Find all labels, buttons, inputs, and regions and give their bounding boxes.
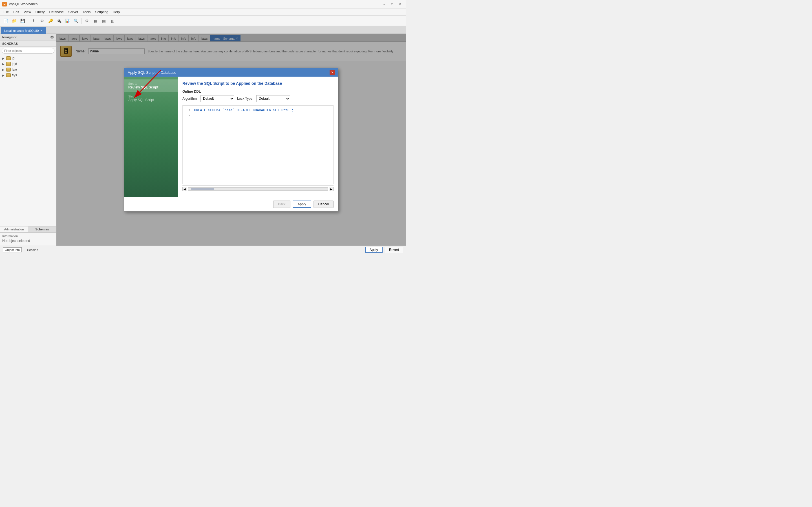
filter-input[interactable] [2,48,54,54]
schema-icon-jd [6,56,11,60]
toolbar-key-btn[interactable]: 🔑 [47,17,54,25]
ddl-label: Online DDL [183,90,334,94]
schema-item-jdjd[interactable]: ▶ jdjd [0,61,56,67]
toolbar-layout3-btn[interactable]: ▥ [108,17,116,25]
instance-tab-bar: Local instance MySQL80 ✕ [0,26,406,34]
toolbar-new-btn[interactable]: 📄 [2,17,10,25]
modal-overlay: Apply SQL Script to Database ✕ Step 1 Re… [56,34,406,245]
menu-edit[interactable]: Edit [11,10,21,15]
schema-item-law[interactable]: ▶ law [0,67,56,72]
close-button[interactable]: ✕ [396,1,404,7]
scroll-thumb[interactable] [191,188,214,190]
content-area: laws laws laws laws laws laws laws laws … [56,34,406,245]
bottom-apply-button[interactable]: Apply [365,247,383,253]
schema-arrow-sys: ▶ [2,74,5,77]
toolbar-settings-btn[interactable]: ⚙ [38,17,46,25]
toolbar-layout1-btn[interactable]: ▦ [91,17,99,25]
bottom-revert-button[interactable]: Revert [385,247,403,253]
lock-type-select[interactable]: Default None Shared Exclusive [256,95,290,102]
line-number-2: 2 [185,113,191,118]
modal-step-review[interactable]: Step 1 Review SQL Script [124,79,178,92]
modal-close-button[interactable]: ✕ [329,70,335,75]
line-number-1: 1 [185,108,191,113]
modal-main-content: Review the SQL Script to be Applied on t… [178,76,338,197]
apply-button[interactable]: Apply [293,201,311,208]
modal-content-title: Review the SQL Script to be Applied on t… [183,81,334,86]
sidebar: Navigator ⚙ SCHEMAS ▶ jd ▶ jdjd ▶ law [0,34,56,245]
toolbar-info-btn[interactable]: ℹ [30,17,38,25]
title-bar-left: M MySQL Workbench [2,2,38,6]
line-content-1: CREATE SCHEMA `name` DEFAULT CHARACTER S… [194,108,294,113]
menu-query[interactable]: Query [33,10,47,15]
schema-arrow-jd: ▶ [2,57,5,60]
info-divider [19,236,54,236]
menu-database[interactable]: Database [47,10,66,15]
filter-box [0,47,56,55]
toolbar-chart-btn[interactable]: 📊 [63,17,71,25]
toolbar-connect-btn[interactable]: 🔌 [55,17,63,25]
ddl-options: Algorithm: Default Instant Inplace Copy … [183,95,334,102]
modal-body: Step 1 Review SQL Script Step 2 Apply SQ… [124,76,338,197]
minimize-button[interactable]: − [380,1,388,7]
sidebar-tab-schemas[interactable]: Schemas [28,226,56,232]
info-section: Information No object selected [0,232,56,245]
menu-file[interactable]: File [1,10,11,15]
toolbar-open-btn[interactable]: 📁 [10,17,18,25]
session-tab[interactable]: Session [25,247,40,252]
schema-icon-law [6,68,11,71]
menu-tools[interactable]: Tools [80,10,93,15]
scroll-track[interactable] [188,187,328,191]
information-label: Information [2,234,54,238]
back-button[interactable]: Back [273,201,290,208]
schema-item-jd[interactable]: ▶ jd [0,55,56,61]
app-icon: M [2,2,7,6]
window-controls: − □ ✕ [380,1,404,7]
toolbar-sep-1 [28,18,28,24]
sidebar-tab-administration[interactable]: Administration [0,226,28,232]
no-object-text: No object selected [2,238,54,244]
algorithm-select[interactable]: Default Instant Inplace Copy [200,95,234,102]
app-title: MySQL Workbench [8,2,38,6]
scroll-right-arrow[interactable]: ▶ [329,187,334,191]
maximize-button[interactable]: □ [389,1,396,7]
apply-sql-modal: Apply SQL Script to Database ✕ Step 1 Re… [124,68,338,212]
schema-item-sys[interactable]: ▶ sys [0,72,56,78]
menu-view[interactable]: View [21,10,33,15]
toolbar-layout2-btn[interactable]: ▤ [100,17,108,25]
menu-help[interactable]: Help [110,10,122,15]
schemas-label: SCHEMAS [0,41,56,47]
main-layout: Navigator ⚙ SCHEMAS ▶ jd ▶ jdjd ▶ law [0,34,406,245]
schema-list: ▶ jd ▶ jdjd ▶ law ▶ sys [0,55,56,226]
navigator-header: Navigator ⚙ [0,34,56,41]
toolbar: 📄 📁 💾 ℹ ⚙ 🔑 🔌 📊 🔍 ⚙ ▦ ▤ ▥ [0,16,406,26]
menu-server[interactable]: Server [66,10,80,15]
modal-footer: Back Apply Cancel [124,197,338,211]
menu-bar: File Edit View Query Database Server Too… [0,8,406,16]
algorithm-label: Algorithm: [183,97,198,101]
code-line-1: 1 CREATE SCHEMA `name` DEFAULT CHARACTER… [185,108,331,113]
toolbar-search-btn[interactable]: 🔍 [72,17,80,25]
schema-icon-sys [6,73,11,77]
toolbar-config-btn[interactable]: ⚙ [83,17,91,25]
modal-title: Apply SQL Script to Database [128,70,176,75]
sidebar-config-icon[interactable]: ⚙ [50,35,54,40]
title-bar: M MySQL Workbench − □ ✕ [0,0,406,8]
menu-scripting[interactable]: Scripting [93,10,110,15]
ddl-section: Online DDL Algorithm: Default Instant In… [183,90,334,102]
bottom-bar-actions: Apply Revert [365,247,403,253]
instance-tab[interactable]: Local instance MySQL80 ✕ [1,27,46,34]
scroll-left-arrow[interactable]: ◀ [183,187,187,191]
lock-type-label: Lock Type: [237,97,253,101]
toolbar-sep-2 [81,18,82,24]
object-info-tab[interactable]: Object Info [3,247,22,252]
modal-steps-sidebar: Step 1 Review SQL Script Step 2 Apply SQ… [124,76,178,197]
toolbar-save-btn[interactable]: 💾 [18,17,27,25]
instance-tab-close[interactable]: ✕ [40,29,43,32]
schema-icon-jdjd [6,62,11,66]
cancel-button[interactable]: Cancel [313,201,334,208]
schema-arrow-jdjd: ▶ [2,62,5,66]
modal-step-apply[interactable]: Step 2 Apply SQL Script [124,92,178,105]
modal-scrollbar: ◀ ▶ [183,185,334,192]
code-line-2: 2 [185,113,331,118]
sql-code-area: 1 CREATE SCHEMA `name` DEFAULT CHARACTER… [183,105,334,184]
